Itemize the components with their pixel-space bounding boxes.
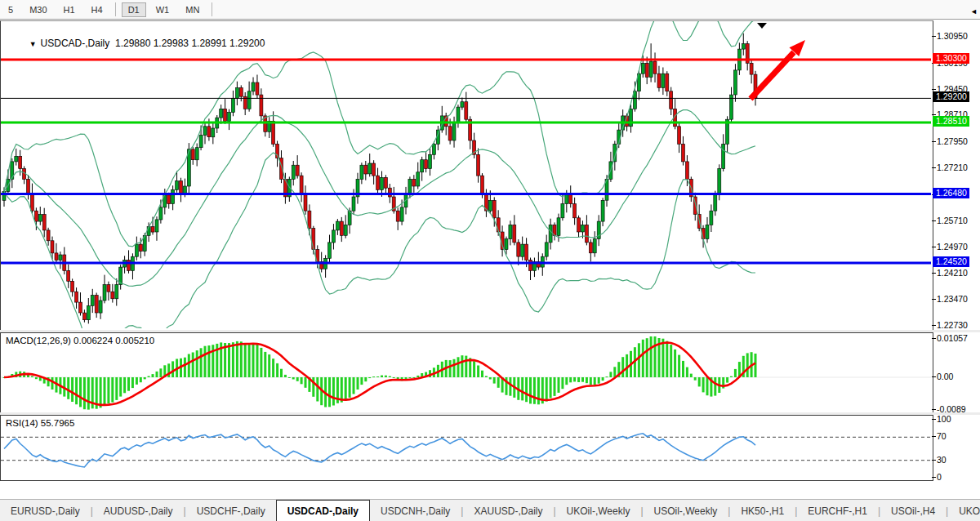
rsi-label: RSI(14) 55.7965 bbox=[6, 418, 74, 428]
chart-tab-audusd-daily[interactable]: AUDUSD-,Daily bbox=[93, 500, 184, 521]
rsi-pane[interactable]: RSI(14) 55.7965 bbox=[0, 415, 933, 481]
macd-label: MACD(12,26,9) 0.006224 0.005210 bbox=[6, 336, 154, 345]
timeframe-button-d1[interactable]: D1 bbox=[122, 2, 146, 17]
chart-tab-usdchf-daily[interactable]: USDCHF-,Daily bbox=[186, 500, 276, 521]
axis-tick-label: 70 bbox=[937, 431, 947, 441]
chart-tab-usoil-weekly[interactable]: USOil-,Weekly bbox=[644, 500, 728, 521]
chart-tab-eurusd-daily[interactable]: EURUSD-,Daily bbox=[0, 500, 91, 521]
timeframe-button-w1[interactable]: W1 bbox=[149, 2, 176, 17]
chart-tab-eurchf-h1[interactable]: EURCHF-,H1 bbox=[797, 500, 878, 521]
symbol-name: USDCAD-,Daily bbox=[41, 38, 110, 49]
timeframe-button-h4[interactable]: H4 bbox=[85, 2, 109, 17]
candles-layer bbox=[2, 33, 757, 324]
price-level-label: 1.30300 bbox=[933, 53, 969, 64]
axis-tick-label: 1.30190 bbox=[937, 58, 968, 68]
price-level-label: 1.26480 bbox=[933, 188, 969, 198]
tab-scroll-left-icon[interactable]: ◄ bbox=[970, 7, 978, 16]
down-triangle-marker bbox=[757, 23, 767, 29]
price-level-label: 1.29200 bbox=[933, 91, 969, 102]
axis-tick-label: 1.25710 bbox=[937, 216, 968, 225]
timeframe-toolbar: 5M30H1H4D1W1MN bbox=[0, 0, 980, 20]
toolbar-separator bbox=[115, 2, 116, 16]
axis-tick-label: 1.22730 bbox=[937, 320, 968, 330]
chart-tab-xauusd-daily[interactable]: XAUUSD-,Daily bbox=[463, 500, 553, 521]
axis-tick-label: 1.30950 bbox=[937, 31, 968, 41]
toolbar-separator bbox=[212, 2, 212, 16]
symbol-ohlc-line: ▼USDCAD-,Daily 1.29880 1.29983 1.28991 1… bbox=[7, 26, 265, 60]
chart-tab-bar: EURUSD-,Daily|AUDUSD-,Daily|USDCHF-,Dail… bbox=[0, 499, 980, 521]
axis-tick-label: 0 bbox=[937, 472, 942, 482]
ohlc-values: 1.29880 1.29983 1.28991 1.29200 bbox=[115, 38, 265, 49]
chart-tab-usdcnh-daily[interactable]: USDCNH-,Daily bbox=[370, 500, 461, 521]
chart-region[interactable]: ▼USDCAD-,Daily 1.29880 1.29983 1.28991 1… bbox=[0, 20, 980, 498]
main-price-pane[interactable]: ▼USDCAD-,Daily 1.29880 1.29983 1.28991 1… bbox=[0, 20, 933, 331]
axis-tick-label: 30 bbox=[937, 455, 947, 465]
axis-tick-label: 1.28710 bbox=[937, 109, 968, 119]
chart-tab-ukoil-h4[interactable]: UKOil-,H4 bbox=[948, 500, 980, 521]
axis-tick-label: 1.24970 bbox=[937, 242, 968, 252]
axis-tick-label: 1.26450 bbox=[937, 189, 968, 199]
red-arrow-annotation bbox=[751, 40, 805, 99]
axis-tick-label: 1.29450 bbox=[937, 84, 968, 94]
timeframe-button-m30[interactable]: M30 bbox=[23, 2, 53, 17]
timeframe-button-mn[interactable]: MN bbox=[179, 2, 206, 17]
macd-pane[interactable]: MACD(12,26,9) 0.006224 0.005210 bbox=[0, 332, 933, 413]
axis-tick-label: 1.27950 bbox=[937, 136, 968, 146]
axis-tick-label: 0.01057 bbox=[937, 333, 968, 343]
price-level-label: 1.28510 bbox=[933, 116, 969, 127]
mt4-window: 5M30H1H4D1W1MN ▼USDCAD-,Daily 1.29880 1.… bbox=[0, 0, 980, 521]
timeframe-button-5[interactable]: 5 bbox=[2, 2, 20, 17]
chart-tab-usdcad-daily[interactable]: USDCAD-,Daily bbox=[276, 500, 370, 521]
axis-tick-label: 0.00 bbox=[937, 372, 953, 381]
candlestick-chart[interactable] bbox=[1, 21, 931, 328]
chart-tab-usoil-h4[interactable]: USOil-,H4 bbox=[880, 500, 946, 521]
axis-tick-label: 1.23470 bbox=[937, 294, 968, 304]
collapse-triangle-icon[interactable]: ▼ bbox=[29, 40, 37, 48]
axis-tick-label: 1.27210 bbox=[937, 163, 968, 172]
price-level-label: 1.24520 bbox=[933, 256, 969, 267]
axis-tick-label: 100 bbox=[937, 414, 951, 424]
rsi-chart[interactable] bbox=[1, 416, 931, 479]
timeframe-button-h1[interactable]: H1 bbox=[57, 2, 82, 17]
axis-tick-label: 1.24210 bbox=[937, 268, 968, 278]
chart-tab-ukoil-weekly[interactable]: UKOil-,Weekly bbox=[556, 500, 641, 521]
chart-tab-hk50-h1[interactable]: HK50-,H1 bbox=[730, 500, 795, 521]
